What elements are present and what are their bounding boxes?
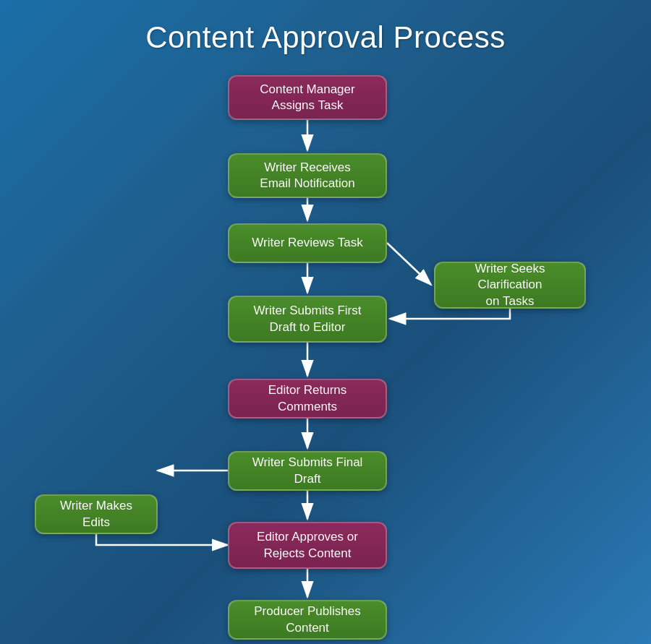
flowchart-node-n5: Editor Returns Comments [228, 379, 387, 418]
flowchart-node-n9: Writer Seeks Clarificationon Tasks [434, 262, 586, 309]
flowchart-node-n8: Producer Publishes Content [228, 600, 387, 640]
flowchart-area: Content ManagerAssigns TaskWriter Receiv… [14, 68, 637, 644]
flowchart-node-n3: Writer Reviews Task [228, 223, 387, 263]
flowchart-node-n4: Writer Submits FirstDraft to Editor [228, 296, 387, 343]
svg-line-8 [387, 243, 431, 285]
flowchart-node-n10: Writer Makes Edits [35, 494, 158, 534]
flowchart-node-n7: Editor Approves orRejects Content [228, 522, 387, 569]
page-title: Content Approval Process [145, 20, 506, 55]
flowchart-node-n2: Writer ReceivesEmail Notification [228, 153, 387, 198]
flowchart-node-n1: Content ManagerAssigns Task [228, 75, 387, 120]
flowchart-node-n6: Writer Submits Final Draft [228, 451, 387, 491]
